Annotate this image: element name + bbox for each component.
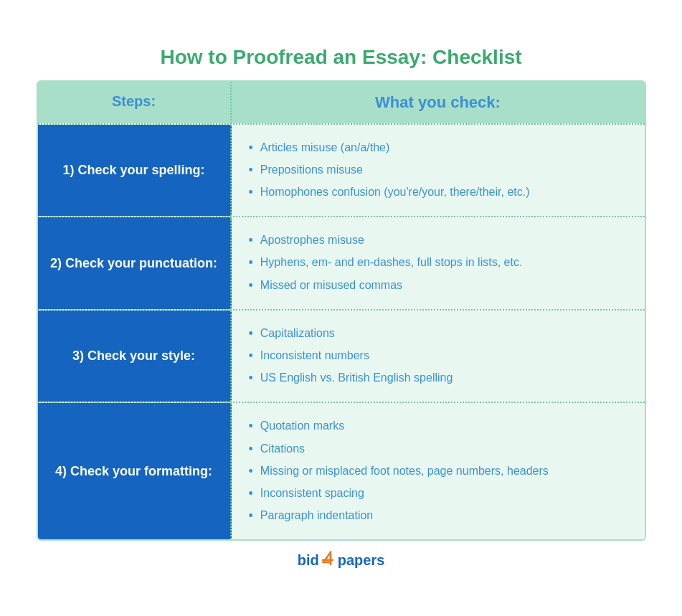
step-cell-2: 2) Check your punctuation: <box>38 217 232 309</box>
table-header: Steps: What you check: <box>38 82 645 123</box>
check-cell-4: •Quotation marks•Citations•Missing or mi… <box>232 403 645 539</box>
check-item: •Hyphens, em- and en-dashes, full stops … <box>249 254 627 272</box>
check-item: •US English vs. British English spelling <box>249 369 627 387</box>
check-item-text: Inconsistent numbers <box>260 347 369 364</box>
check-item-text: Citations <box>260 440 305 458</box>
check-item-text: Missing or misplaced foot notes, page nu… <box>260 463 549 480</box>
check-item: •Paragraph indentation <box>249 507 627 525</box>
check-item-text: Articles misuse (an/a/the) <box>260 139 390 156</box>
check-item: •Homophones confusion (you're/your, ther… <box>249 184 627 202</box>
bullet-icon: • <box>249 347 253 365</box>
page-title: How to Proofread an Essay: Checklist <box>37 46 646 69</box>
check-item: •Missed or misused commas <box>249 277 627 295</box>
bullet-icon: • <box>249 325 253 343</box>
check-item-text: Inconsistent spacing <box>260 485 364 502</box>
bullet-icon: • <box>249 139 253 157</box>
check-item: •Quotation marks <box>249 417 627 435</box>
footer: bid papers <box>37 551 646 570</box>
table-row: 3) Check your style:•Capitalizations•Inc… <box>38 309 645 402</box>
four-icon <box>321 551 336 567</box>
check-item-text: Quotation marks <box>260 417 344 435</box>
footer-bid: bid <box>298 552 319 569</box>
bullet-icon: • <box>249 254 253 272</box>
check-item-text: Prepositions misuse <box>260 161 363 179</box>
bullet-icon: • <box>249 507 253 525</box>
table-row: 1) Check your spelling:•Articles misuse … <box>38 123 645 217</box>
checklist-table: Steps: What you check: 1) Check your spe… <box>37 80 646 541</box>
main-container: How to Proofread an Essay: Checklist Ste… <box>29 39 653 578</box>
check-item-text: Paragraph indentation <box>260 507 373 524</box>
check-item-text: Capitalizations <box>260 325 335 342</box>
bullet-icon: • <box>249 440 253 458</box>
check-cell-1: •Articles misuse (an/a/the)•Prepositions… <box>232 125 645 217</box>
table-row: 2) Check your punctuation:•Apostrophes m… <box>38 216 645 309</box>
step-cell-3: 3) Check your style: <box>38 311 232 402</box>
bullet-icon: • <box>249 417 253 435</box>
check-item: •Citations <box>249 440 627 458</box>
footer-logo: bid papers <box>298 551 385 570</box>
check-item: •Capitalizations <box>249 325 627 343</box>
bullet-icon: • <box>249 369 253 387</box>
check-item: •Apostrophes misuse <box>249 232 627 250</box>
check-item-text: US English vs. British English spelling <box>260 369 453 387</box>
check-item-text: Missed or misused commas <box>260 277 402 294</box>
check-cell-3: •Capitalizations•Inconsistent numbers•US… <box>232 311 645 402</box>
bullet-icon: • <box>249 232 253 250</box>
bullet-icon: • <box>249 463 253 480</box>
bullet-icon: • <box>249 485 253 503</box>
header-steps: Steps: <box>38 82 232 123</box>
check-item-text: Homophones confusion (you're/your, there… <box>260 184 530 201</box>
header-checks: What you check: <box>232 82 645 123</box>
check-item-text: Hyphens, em- and en-dashes, full stops i… <box>260 254 523 271</box>
check-item: •Missing or misplaced foot notes, page n… <box>249 463 627 480</box>
check-item: •Inconsistent numbers <box>249 347 627 365</box>
footer-papers: papers <box>338 552 385 569</box>
table-body: 1) Check your spelling:•Articles misuse … <box>38 123 645 540</box>
check-item-text: Apostrophes misuse <box>260 232 364 249</box>
step-cell-4: 4) Check your formatting: <box>38 403 232 539</box>
footer-four <box>319 551 338 570</box>
check-cell-2: •Apostrophes misuse•Hyphens, em- and en-… <box>232 217 645 309</box>
table-row: 4) Check your formatting:•Quotation mark… <box>38 402 645 539</box>
check-item: •Prepositions misuse <box>249 161 627 179</box>
bullet-icon: • <box>249 277 253 295</box>
check-item: •Articles misuse (an/a/the) <box>249 139 627 157</box>
step-cell-1: 1) Check your spelling: <box>38 125 232 217</box>
check-item: •Inconsistent spacing <box>249 485 627 503</box>
bullet-icon: • <box>249 161 253 179</box>
bullet-icon: • <box>249 184 253 202</box>
